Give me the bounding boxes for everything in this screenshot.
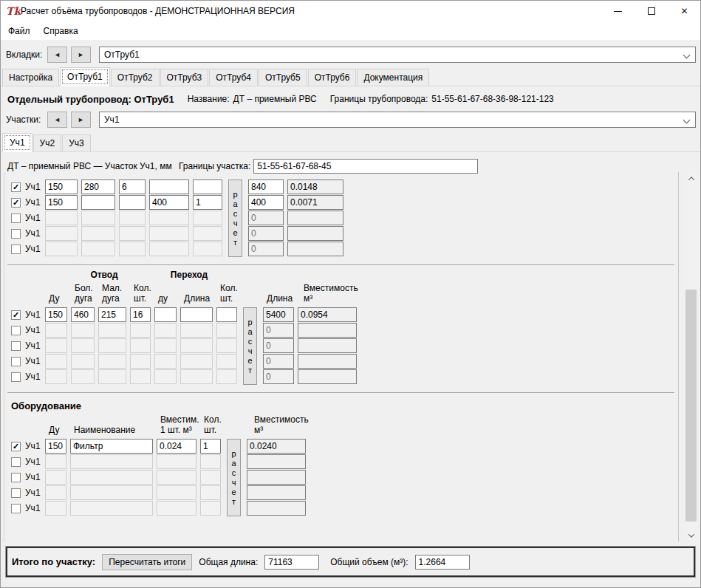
pipe-field[interactable] (193, 180, 222, 194)
column-header: Бол. дуга (75, 283, 102, 304)
fitting-field[interactable] (130, 307, 151, 322)
separator (7, 264, 674, 265)
fitting-field (180, 338, 213, 353)
table-row: Уч1 (4, 454, 221, 469)
fitting-field[interactable] (180, 307, 213, 322)
close-button[interactable]: ✕ (668, 0, 701, 22)
calc-button[interactable]: расчет (228, 180, 242, 257)
column-header: Длина (267, 293, 304, 304)
fitting-field[interactable] (98, 307, 126, 322)
row-checkbox[interactable]: ✓ (11, 442, 21, 451)
section-bounds-input[interactable] (253, 159, 478, 174)
scroll-up-button[interactable] (685, 172, 697, 185)
volume-field (247, 485, 306, 500)
maximize-button[interactable] (635, 0, 668, 22)
tab-nastroyka[interactable]: Настройка (2, 69, 59, 86)
pipe-field[interactable] (149, 195, 189, 210)
minimize-icon (614, 11, 622, 12)
equipment-field[interactable] (200, 439, 221, 454)
pipe-field[interactable] (119, 180, 146, 194)
total-length-input[interactable] (264, 555, 319, 570)
row-checkbox[interactable] (11, 488, 21, 498)
equipment-table: ✓ Уч1 Уч1 Уч1 (4, 439, 701, 516)
fitting-field[interactable] (154, 307, 177, 322)
length-field[interactable] (248, 180, 284, 194)
column-header: Вместимость м³ (304, 283, 363, 304)
row-checkbox[interactable] (11, 473, 21, 482)
row-checkbox[interactable]: ✓ (11, 182, 21, 192)
tab-ottrub4[interactable]: ОтТруб4 (209, 69, 258, 86)
tab-uch2[interactable]: Уч2 (33, 134, 62, 151)
sections-combobox[interactable]: Уч1 (99, 112, 696, 128)
tab-ottrub1[interactable]: ОтТруб1 (60, 67, 110, 86)
equipment-field[interactable] (157, 439, 196, 454)
tab-uch1[interactable]: Уч1 (2, 133, 33, 152)
length-field[interactable] (248, 195, 284, 210)
pipe-field[interactable] (149, 180, 189, 194)
fitting-field (98, 338, 126, 353)
fitting-field[interactable] (45, 307, 67, 322)
scrollbar-thumb[interactable] (685, 290, 697, 522)
pipe-field[interactable] (193, 195, 222, 210)
row-checkbox[interactable] (11, 457, 21, 467)
tab-uch3[interactable]: Уч3 (62, 134, 91, 151)
pipe-field[interactable] (45, 195, 78, 210)
row-checkbox[interactable] (11, 357, 21, 366)
calc-button[interactable]: расчет (227, 439, 241, 516)
tab-ottrub6[interactable]: ОтТруб6 (308, 69, 357, 86)
recalculate-button[interactable]: Пересчитать итоги (102, 554, 192, 570)
calc-button[interactable]: расчет (243, 307, 257, 385)
fitting-field[interactable] (216, 307, 237, 322)
tabs-combobox[interactable]: ОтТруб1 (99, 47, 696, 63)
scroll-down-button[interactable] (685, 529, 697, 541)
fittings-column-headers: Ду Бол. дуга Мал. дуга Кол. шт. ду Длина… (7, 281, 701, 304)
pipe-field[interactable] (81, 195, 115, 210)
equipment-field (157, 501, 196, 516)
pipe-field[interactable] (45, 180, 78, 194)
row-checkbox[interactable] (11, 245, 21, 254)
fitting-field[interactable] (71, 307, 95, 322)
fitting-field (45, 369, 67, 384)
fitting-field (71, 369, 95, 384)
tabs-next-button[interactable]: ► (71, 47, 91, 63)
fitting-field (71, 323, 95, 338)
row-checkbox[interactable] (11, 229, 21, 239)
pipe-field[interactable] (81, 180, 115, 194)
sections-prev-button[interactable]: ◄ (47, 112, 67, 128)
tab-dokumentatsiya[interactable]: Документация (357, 69, 429, 86)
equipment-field[interactable] (70, 439, 153, 454)
length-field (263, 307, 294, 322)
chevron-up-icon (688, 177, 694, 182)
tab-ottrub5[interactable]: ОтТруб5 (259, 69, 307, 86)
row-checkbox[interactable] (11, 504, 21, 513)
menu-help[interactable]: Справка (37, 24, 85, 38)
row-checkbox[interactable]: ✓ (11, 310, 21, 320)
sections-next-button[interactable]: ► (71, 112, 91, 128)
vertical-scrollbar[interactable] (685, 172, 697, 541)
equipment-field[interactable] (45, 439, 66, 454)
equipment-field (70, 485, 153, 500)
row-checkbox[interactable] (11, 341, 21, 351)
maximize-icon (648, 7, 655, 15)
menu-file[interactable]: Файл (1, 24, 37, 38)
minimize-button[interactable] (601, 0, 635, 22)
tab-ottrub3[interactable]: ОтТруб3 (160, 69, 209, 86)
pipe-field (81, 211, 115, 225)
total-length-label: Общая длина: (199, 557, 258, 567)
row-checkbox[interactable]: ✓ (11, 198, 21, 208)
result-row (263, 354, 357, 369)
tab-ottrub2[interactable]: ОтТруб2 (111, 69, 160, 86)
pipe-field[interactable] (119, 195, 146, 210)
row-checkbox[interactable] (11, 213, 21, 223)
fitting-field (216, 354, 237, 369)
row-checkbox[interactable] (11, 326, 21, 335)
table-row: Уч1 (4, 470, 221, 485)
fitting-field (98, 369, 126, 384)
fitting-field (98, 323, 126, 338)
total-volume-input[interactable] (415, 555, 470, 570)
chevron-down-icon (683, 52, 691, 59)
section-info-label: ДТ – приемный РВС — Участок Уч1, мм (7, 161, 179, 171)
tabs-prev-button[interactable]: ◄ (47, 47, 67, 63)
tk-app-icon: Tk (6, 5, 21, 17)
row-checkbox[interactable] (11, 372, 21, 382)
